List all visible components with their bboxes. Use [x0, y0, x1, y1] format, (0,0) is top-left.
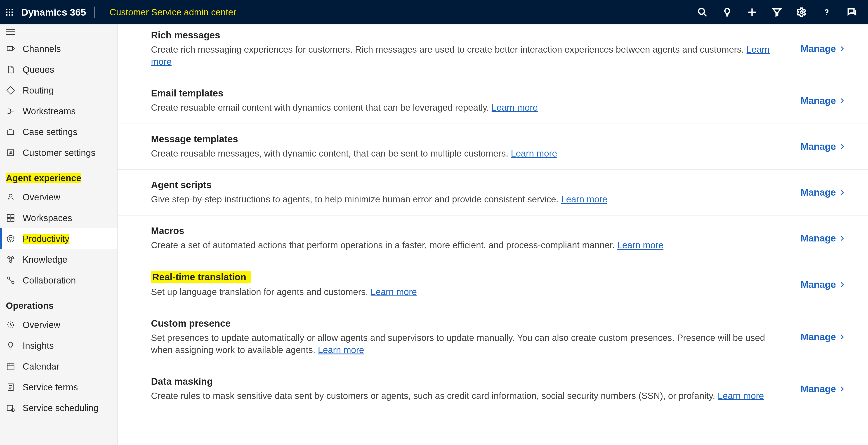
manage-label: Manage	[801, 383, 836, 395]
manage-button[interactable]: Manage	[801, 233, 845, 244]
sidebar-scrollbar[interactable]	[112, 24, 117, 445]
search-icon[interactable]	[690, 0, 715, 24]
svg-point-13	[801, 11, 803, 13]
chevron-right-icon	[839, 233, 845, 244]
sidebar-item-overview[interactable]: Overview	[0, 187, 117, 208]
sidebar-item-label: Workstreams	[23, 106, 76, 116]
app-title: Customer Service admin center	[101, 0, 245, 24]
sidebar-heading-operations: Operations	[0, 291, 117, 314]
svg-point-9	[699, 9, 705, 14]
sidebar-item-label: Customer settings	[23, 148, 95, 158]
sidebar-item-service-terms[interactable]: Service terms	[0, 377, 117, 398]
learn-more-link[interactable]: Learn more	[718, 391, 764, 401]
svg-rect-25	[7, 218, 10, 221]
sidebar-item-channels[interactable]: Channels	[0, 38, 117, 59]
customer-icon	[6, 148, 16, 158]
manage-label: Manage	[801, 95, 836, 106]
manage-button[interactable]: Manage	[801, 383, 845, 395]
hamburger-icon[interactable]	[0, 24, 117, 38]
productivity-icon	[6, 234, 16, 243]
card-title: Macros	[151, 226, 787, 236]
svg-line-10	[704, 13, 707, 16]
sidebar-item-productivity[interactable]: Productivity	[0, 228, 117, 249]
sidebar-item-collaboration[interactable]: Collaboration	[0, 270, 117, 291]
svg-point-27	[7, 235, 14, 242]
lightbulb-icon[interactable]	[715, 0, 740, 24]
chevron-right-icon	[839, 141, 845, 152]
svg-point-31	[9, 260, 12, 263]
chevron-right-icon	[839, 383, 845, 395]
svg-point-14	[827, 14, 827, 15]
sidebar-item-label: Overview	[23, 192, 60, 202]
sidebar-item-label: Overview	[23, 320, 60, 330]
sidebar-heading-agent: Agent experience	[0, 163, 117, 187]
sidebar-item-calendar[interactable]: Calendar	[0, 356, 117, 377]
calendar-icon	[6, 362, 16, 371]
sidebar-item-workstreams[interactable]: Workstreams	[0, 101, 117, 122]
manage-button[interactable]: Manage	[801, 187, 845, 198]
sidebar-item-queues[interactable]: Queues	[0, 59, 117, 80]
sidebar-item-label: Collaboration	[23, 275, 76, 285]
learn-more-link[interactable]: Learn more	[511, 148, 557, 158]
sidebar-item-case-settings[interactable]: Case settings	[0, 122, 117, 142]
manage-button[interactable]: Manage	[801, 332, 845, 342]
card-description: Create resuable email content with dynam…	[151, 101, 787, 114]
sidebar-item-service-scheduling[interactable]: Service scheduling	[0, 398, 117, 418]
svg-rect-26	[11, 218, 14, 221]
workspaces-icon	[6, 213, 16, 223]
manage-label: Manage	[801, 43, 836, 54]
sidebar-item-customer-settings[interactable]: Customer settings	[0, 142, 117, 163]
sidebar-item-routing[interactable]: Routing	[0, 80, 117, 101]
learn-more-link[interactable]: Learn more	[617, 240, 664, 250]
routing-icon	[6, 85, 16, 95]
learn-more-link[interactable]: Learn more	[492, 103, 538, 112]
sidebar-item-overview[interactable]: Overview	[0, 314, 117, 335]
sidebar-item-knowledge[interactable]: Knowledge	[0, 249, 117, 270]
app-launcher-icon[interactable]	[4, 7, 15, 18]
card-title: Rich messages	[151, 30, 787, 41]
manage-button[interactable]: Manage	[801, 141, 845, 152]
sidebar-item-label: Insights	[23, 341, 54, 351]
setting-card-agent-scripts: Agent scriptsGive step-by-step instructi…	[118, 170, 868, 215]
sidebar-item-label: Productivity	[23, 234, 69, 244]
sidebar-item-label: Queues	[23, 65, 54, 75]
sidebar-item-label: Routing	[23, 85, 54, 96]
svg-rect-18	[7, 46, 12, 50]
main-content: Rich messagesCreate rich messaging exper…	[118, 24, 868, 445]
svg-point-21	[10, 151, 11, 153]
sidebar-item-label: Knowledge	[23, 254, 67, 265]
sidebar-item-insights[interactable]: Insights	[0, 335, 117, 356]
setting-card-macros: MacrosCreate a set of automated actions …	[118, 215, 868, 261]
manage-button[interactable]: Manage	[801, 279, 845, 290]
setting-card-rich-messages: Rich messagesCreate rich messaging exper…	[118, 24, 868, 78]
help-icon[interactable]	[814, 0, 839, 24]
manage-button[interactable]: Manage	[801, 43, 845, 54]
manage-label: Manage	[801, 141, 836, 152]
setting-card-custom-presence: Custom presenceSet presences to update a…	[118, 308, 868, 366]
sidebar-item-label: Case settings	[23, 127, 77, 137]
sidebar-item-label: Service scheduling	[23, 403, 98, 413]
card-title: Custom presence	[151, 318, 787, 329]
chat-icon[interactable]	[839, 0, 864, 24]
gear-icon[interactable]	[789, 0, 814, 24]
channels-icon	[6, 44, 16, 54]
add-icon[interactable]	[740, 0, 765, 24]
learn-more-link[interactable]: Learn more	[561, 194, 608, 204]
chevron-right-icon	[839, 332, 845, 342]
sidebar-item-workspaces[interactable]: Workspaces	[0, 208, 117, 228]
svg-rect-4	[9, 11, 10, 13]
svg-rect-19	[8, 130, 14, 135]
svg-rect-2	[11, 9, 13, 10]
insights-icon	[6, 341, 16, 350]
learn-more-link[interactable]: Learn more	[371, 287, 417, 297]
knowledge-icon	[6, 255, 16, 264]
filter-icon[interactable]	[765, 0, 789, 24]
card-description: Create rich messaging experiences for cu…	[151, 43, 787, 68]
manage-button[interactable]: Manage	[801, 95, 845, 106]
svg-rect-23	[7, 215, 10, 217]
learn-more-link[interactable]: Learn more	[318, 345, 364, 355]
svg-rect-0	[6, 9, 7, 10]
learn-more-link[interactable]: Learn more	[151, 44, 770, 67]
chevron-right-icon	[839, 279, 845, 290]
manage-label: Manage	[801, 187, 836, 198]
